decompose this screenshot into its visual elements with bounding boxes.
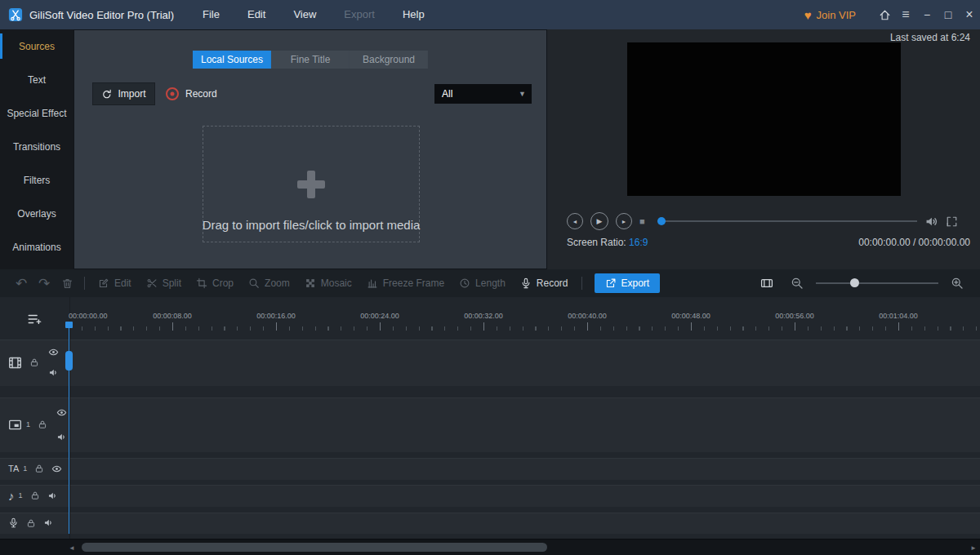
freeze-frame-icon [367, 278, 378, 289]
magnifier-plus-icon [951, 277, 964, 290]
menu-file[interactable]: File [189, 0, 234, 29]
timeline-ruler[interactable]: 00:00:00.00 00:00:08.00 00:00:16.00 00:0… [0, 312, 980, 333]
voice-track-icon [8, 517, 19, 528]
home-button[interactable] [874, 9, 895, 21]
export-button[interactable]: Export [595, 273, 661, 293]
timeline-zoom-out-button[interactable] [786, 277, 808, 290]
timeline-zoom-slider[interactable] [816, 282, 938, 284]
split-tool-label: Split [163, 278, 181, 289]
close-button[interactable]: × [959, 0, 980, 29]
music-track-lane[interactable] [0, 485, 980, 507]
menu-edit[interactable]: Edit [234, 0, 279, 29]
video-lock-icon[interactable] [29, 357, 39, 367]
tab-fine-title[interactable]: Fine Title [271, 51, 350, 69]
voice-lock-icon[interactable] [26, 518, 36, 528]
sidebar-item-sources[interactable]: Sources [0, 29, 74, 63]
mosaic-tool-label: Mosaic [321, 278, 352, 289]
edit-tool-button[interactable]: Edit [91, 278, 139, 289]
split-tool-button[interactable]: Split [139, 278, 189, 289]
text-track-lane[interactable] [0, 458, 980, 480]
scrollbar-thumb[interactable] [82, 543, 547, 552]
menu-help[interactable]: Help [389, 0, 439, 29]
preview-panel: Last saved at 6:24 ◄ ▶ ► ■ Screen Ratio:… [547, 29, 980, 269]
plus-icon [297, 171, 325, 198]
add-track-button[interactable] [26, 312, 42, 326]
zoom-tool-button[interactable]: Zoom [241, 278, 297, 289]
next-frame-button[interactable]: ► [616, 213, 632, 229]
fullscreen-button[interactable] [946, 215, 958, 228]
maximize-button[interactable]: □ [938, 0, 959, 29]
playhead-handle[interactable] [65, 351, 73, 371]
sidebar-item-text[interactable]: Text [0, 63, 74, 96]
overlay-track-toggles [56, 407, 67, 442]
text-lock-icon[interactable] [34, 464, 44, 473]
trash-icon [61, 278, 74, 290]
stop-button[interactable]: ■ [639, 217, 645, 226]
freeze-frame-tool-button[interactable]: Freeze Frame [359, 278, 452, 289]
freeze-frame-tool-label: Freeze Frame [383, 278, 444, 289]
screen-ratio-label: Screen Ratio: [567, 237, 626, 248]
sidebar-item-filters[interactable]: Filters [0, 163, 74, 197]
delete-button[interactable] [56, 278, 78, 290]
sidebar-item-special-effect[interactable]: Special Effect [0, 96, 74, 130]
prev-frame-button[interactable]: ◄ [567, 213, 583, 229]
timeline-scrollbar[interactable]: ◄ ► [0, 539, 980, 555]
crop-tool-button[interactable]: Crop [189, 278, 241, 289]
scroll-right-arrow[interactable]: ► [967, 539, 980, 555]
scroll-left-arrow[interactable]: ◄ [65, 539, 78, 555]
ruler-label: 00:00:40.00 [568, 312, 607, 320]
minimize-button[interactable]: − [916, 0, 938, 29]
app-menu-button[interactable]: ≡ [895, 0, 916, 29]
volume-button[interactable] [924, 215, 938, 229]
undo-button[interactable]: ↶ [10, 275, 33, 292]
sidebar-item-label: Filters [24, 175, 51, 186]
video-visibility-icon[interactable] [48, 347, 59, 357]
length-tool-button[interactable]: Length [452, 278, 513, 289]
overlay-lock-icon[interactable] [38, 420, 47, 429]
seek-slider[interactable] [657, 220, 917, 222]
play-button[interactable]: ▶ [590, 212, 608, 230]
text-track-badge: 1 [23, 464, 27, 473]
join-vip-button[interactable]: ♥ Join VIP [804, 9, 856, 21]
record-source-label: Record [185, 88, 217, 100]
overlay-visibility-icon[interactable] [56, 407, 67, 418]
tab-local-sources[interactable]: Local Sources [193, 51, 271, 69]
sidebar-item-animations[interactable]: Animations [0, 230, 74, 264]
music-mute-icon[interactable] [47, 491, 58, 501]
vip-heart-icon: ♥ [804, 9, 812, 21]
overlay-track-lane[interactable] [0, 397, 980, 452]
video-preview [627, 42, 901, 196]
video-track-lane[interactable] [0, 340, 980, 386]
menu-export[interactable]: Export [330, 0, 389, 29]
redo-button[interactable]: ↷ [33, 275, 56, 292]
storyboard-view-button[interactable] [755, 277, 778, 290]
import-button[interactable]: Import [92, 82, 155, 105]
media-filter-dropdown[interactable]: All ▼ [434, 84, 532, 104]
track-list-add-icon [26, 312, 42, 326]
sidebar-item-overlays[interactable]: Overlays [0, 197, 74, 230]
timeline-zoom-handle[interactable] [850, 278, 859, 287]
playhead-cap[interactable] [65, 322, 73, 328]
record-source-button[interactable]: Record [166, 82, 217, 105]
mosaic-tool-button[interactable]: Mosaic [297, 278, 359, 289]
export-icon [605, 278, 617, 289]
video-mute-icon[interactable] [48, 367, 59, 378]
text-visibility-icon[interactable] [51, 464, 62, 474]
seek-handle[interactable] [657, 217, 666, 225]
ruler-label: 00:00:00.00 [69, 312, 108, 320]
ruler-label: 00:00:24.00 [360, 312, 399, 320]
play-icon: ▶ [597, 217, 603, 225]
record-tool-button[interactable]: Record [513, 278, 576, 289]
tab-background[interactable]: Background [350, 51, 428, 69]
dropzone-hint: Drag to import files/click to import med… [154, 218, 468, 232]
screen-ratio-value[interactable]: 16:9 [629, 237, 648, 248]
music-lock-icon[interactable] [30, 491, 40, 500]
menu-view[interactable]: View [279, 0, 330, 29]
ruler-labels: 00:00:00.00 00:00:08.00 00:00:16.00 00:0… [0, 312, 980, 322]
voice-track-lane[interactable] [0, 513, 980, 534]
voice-mute-icon[interactable] [43, 517, 54, 528]
media-dropzone[interactable]: Drag to import files/click to import med… [203, 126, 420, 242]
sidebar-item-transitions[interactable]: Transitions [0, 130, 74, 163]
overlay-mute-icon[interactable] [56, 432, 67, 442]
timeline-zoom-in-button[interactable] [946, 277, 969, 290]
